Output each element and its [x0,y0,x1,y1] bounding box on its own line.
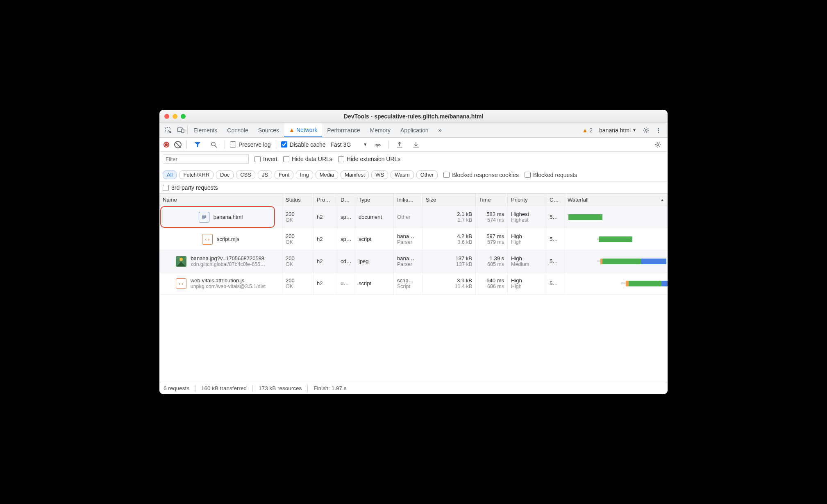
inspect-icon[interactable] [163,125,174,136]
table-row[interactable]: ‹ ›web-vitals.attribution.jsunpkg.com/we… [159,272,668,295]
hide-extension-urls-checkbox[interactable]: Hide extension URLs [338,156,401,162]
type-pill-manifest[interactable]: Manifest [341,170,369,179]
blocked-cookies-checkbox[interactable]: Blocked response cookies [443,172,519,178]
col-type[interactable]: Type [355,194,394,206]
svg-rect-2 [182,129,184,133]
separator [186,141,187,149]
throttling-dropdown[interactable]: Fast 3G ▼ [331,141,368,148]
table-row[interactable]: banana.html200OKh2sp…documentOther2.1 kB… [159,206,668,228]
script-icon: ‹ › [202,234,213,245]
col-status[interactable]: Status [282,194,314,206]
separator [389,141,389,149]
device-mode-icon[interactable] [175,125,186,136]
warning-count: 2 [589,127,593,134]
disable-cache-checkbox[interactable]: Disable cache [281,141,326,148]
preserve-log-checkbox[interactable]: Preserve log [230,141,271,148]
third-party-checkbox[interactable]: 3rd-party requests [163,184,664,191]
devtools-window: DevTools - speculative-rules.glitch.me/b… [159,110,668,394]
network-conditions-icon[interactable] [372,139,384,150]
status-bar: 6 requests 160 kB transferred 173 kB res… [159,382,668,394]
clear-button[interactable] [174,141,182,148]
type-pill-js[interactable]: JS [258,170,272,179]
blocked-cookies-label: Blocked response cookies [452,172,519,178]
type-pill-fetchxhr[interactable]: Fetch/XHR [179,170,214,179]
grid-body[interactable]: banana.html200OKh2sp…documentOther2.1 kB… [159,206,668,382]
import-har-icon[interactable] [410,139,422,150]
status-finish: Finish: 1.97 s [314,385,346,391]
blocked-requests-checkbox[interactable]: Blocked requests [525,172,577,178]
request-domain: cdn.glitch.global/87b4c0fe-655… [191,261,265,267]
more-tabs-icon[interactable]: » [434,125,446,136]
warning-icon: ▲ [289,127,295,133]
search-icon[interactable] [208,139,220,150]
tab-label: Performance [327,127,360,134]
network-grid: Name Status Pro… D… Type Initia… Size Ti… [159,194,668,382]
target-dropdown[interactable]: banana.html ▼ [596,127,640,134]
type-pill-other[interactable]: Other [416,170,438,179]
image-icon [176,256,186,267]
hide-data-label: Hide data URLs [292,156,332,162]
col-time[interactable]: Time [476,194,508,206]
table-row[interactable]: banana.jpg?v=1705668720588cdn.glitch.glo… [159,250,668,272]
throttling-value: Fast 3G [331,141,351,148]
type-pill-wasm[interactable]: Wasm [391,170,414,179]
col-connection[interactable]: C… [546,194,564,206]
request-domain: unpkg.com/web-vitals@3.5.1/dist [191,284,266,289]
col-name[interactable]: Name [159,194,282,206]
type-pill-css[interactable]: CSS [236,170,255,179]
svg-point-4 [211,142,215,146]
invert-checkbox[interactable]: Invert [254,156,277,162]
col-protocol[interactable]: Pro… [314,194,337,206]
filter-bar-2: 3rd-party requests [159,182,668,194]
col-initiator[interactable]: Initia… [394,194,423,206]
export-har-icon[interactable] [394,139,405,150]
col-size[interactable]: Size [423,194,476,206]
tab-sources[interactable]: Sources [253,123,284,137]
tab-memory[interactable]: Memory [365,123,395,137]
type-pill-doc[interactable]: Doc [216,170,234,179]
warnings-badge[interactable]: ▲ 2 [579,127,595,134]
hide-data-urls-checkbox[interactable]: Hide data URLs [283,156,332,162]
network-toolbar: Preserve log Disable cache Fast 3G ▼ [159,138,668,152]
table-row[interactable]: ‹ ›script.mjs200OKh2sp…scriptbana…Parser… [159,228,668,250]
type-pill-img[interactable]: Img [296,170,313,179]
titlebar: DevTools - speculative-rules.glitch.me/b… [159,110,668,123]
status-transferred: 160 kB transferred [201,385,247,391]
preserve-log-label: Preserve log [239,141,271,148]
third-party-label: 3rd-party requests [171,184,218,191]
hide-ext-label: Hide extension URLs [347,156,401,162]
status-requests: 6 requests [164,385,189,391]
filter-bar: Invert Hide data URLs Hide extension URL… [159,152,668,182]
svg-point-6 [657,143,659,145]
request-name: script.mjs [217,236,239,242]
tab-label: Sources [258,127,279,134]
tab-network[interactable]: ▲Network [284,123,322,137]
tab-label: Network [296,127,317,133]
col-priority[interactable]: Priority [508,194,546,206]
tab-label: Memory [370,127,391,134]
target-name: banana.html [599,127,631,134]
type-pill-ws[interactable]: WS [371,170,388,179]
tab-label: Application [400,127,429,134]
tab-application[interactable]: Application [395,123,434,137]
svg-point-3 [645,129,647,131]
tab-performance[interactable]: Performance [322,123,365,137]
separator [225,141,225,149]
panel-settings-icon[interactable] [652,139,663,150]
filter-toggle-icon[interactable] [192,139,203,150]
filter-input[interactable] [163,154,249,164]
settings-icon[interactable] [641,125,652,136]
tab-console[interactable]: Console [222,123,253,137]
kebab-menu-icon[interactable]: ⋮ [653,125,664,136]
tab-elements[interactable]: Elements [189,123,222,137]
type-pill-all[interactable]: All [163,170,177,179]
col-domain[interactable]: D… [337,194,355,206]
invert-label: Invert [263,156,277,162]
type-pill-media[interactable]: Media [316,170,338,179]
document-icon [199,212,209,222]
type-pill-font[interactable]: Font [275,170,293,179]
warning-icon: ▲ [582,127,588,134]
record-button[interactable] [164,142,169,148]
blocked-req-label: Blocked requests [533,172,577,178]
col-waterfall[interactable]: Waterfall▲ [564,194,668,206]
